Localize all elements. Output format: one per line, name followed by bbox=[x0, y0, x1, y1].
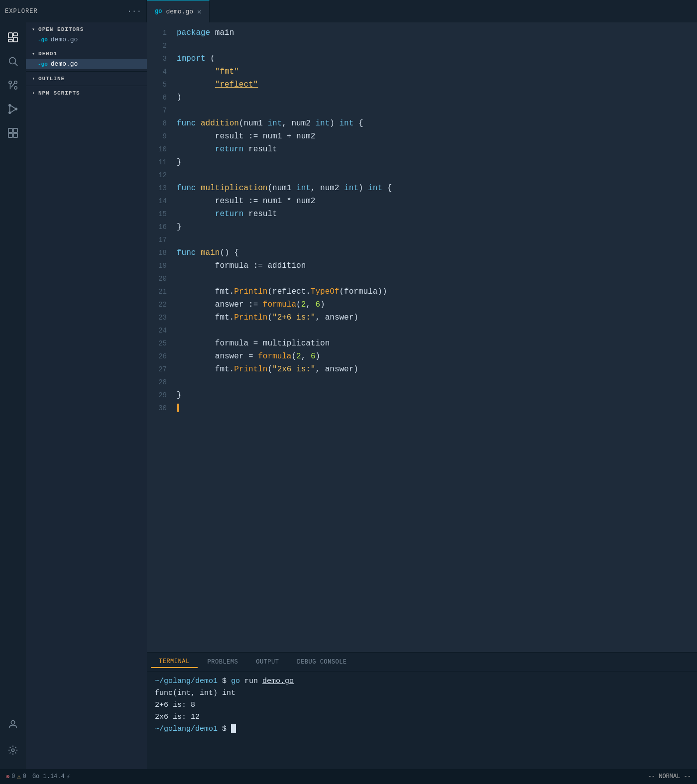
open-file-demo-go[interactable]: -go demo.go bbox=[26, 34, 147, 45]
svg-rect-15 bbox=[8, 128, 12, 132]
editor-content[interactable]: 1 package main 2 3 import ( 4 "fmt" 5 bbox=[147, 22, 697, 652]
svg-line-10 bbox=[11, 83, 14, 87]
main-content: ▾ OPEN EDITORS -go demo.go ▾ DEMO1 -go d… bbox=[0, 22, 697, 769]
error-icon: ⊗ bbox=[6, 773, 9, 781]
open-editors-section: ▾ OPEN EDITORS -go demo.go bbox=[26, 22, 147, 47]
warning-count: 0 bbox=[23, 773, 26, 780]
code-line-24: 24 bbox=[147, 324, 697, 337]
terminal-output-1: func(int, int) int bbox=[155, 687, 689, 699]
status-go-version[interactable]: Go 1.14.4 ⚡ bbox=[32, 773, 70, 781]
tab-debug-console[interactable]: DEBUG CONSOLE bbox=[289, 657, 354, 668]
demo1-file-demo-go[interactable]: -go demo.go bbox=[26, 59, 147, 69]
demo1-section: ▾ DEMO1 -go demo.go bbox=[26, 47, 147, 71]
code-line-1: 1 package main bbox=[147, 26, 697, 39]
code-line-20: 20 bbox=[147, 272, 697, 285]
code-line-16: 16 } bbox=[147, 221, 697, 233]
code-line-30: 30 ▌ bbox=[147, 402, 697, 415]
outline-label: OUTLINE bbox=[38, 76, 65, 82]
status-errors[interactable]: ⊗ 0 ⚠ 0 bbox=[6, 773, 26, 781]
status-mode: -- NORMAL -- bbox=[648, 773, 691, 780]
code-line-2: 2 bbox=[147, 39, 697, 52]
extensions-activity-icon[interactable] bbox=[2, 122, 24, 144]
code-line-12: 12 bbox=[147, 169, 697, 182]
code-line-19: 19 formula := addition bbox=[147, 259, 697, 272]
open-editors-arrow: ▾ bbox=[32, 26, 35, 32]
code-line-4: 4 "fmt" bbox=[147, 65, 697, 78]
account-activity-icon[interactable] bbox=[2, 713, 24, 735]
terminal-body[interactable]: ~/golang/demo1 $ go run demo.go func(int… bbox=[147, 672, 697, 769]
npm-header[interactable]: › NPM SCRIPTS bbox=[26, 88, 147, 98]
code-line-11: 11 } bbox=[147, 156, 697, 169]
tab-terminal[interactable]: TERMINAL bbox=[151, 656, 198, 668]
code-line-25: 25 formula = multiplication bbox=[147, 337, 697, 350]
svg-point-20 bbox=[11, 749, 14, 752]
outline-arrow: › bbox=[32, 76, 35, 82]
terminal-output-3: 2x6 is: 12 bbox=[155, 711, 689, 723]
activity-bar bbox=[0, 22, 26, 769]
terminal-panel: TERMINAL PROBLEMS OUTPUT DEBUG CONSOLE ~… bbox=[147, 652, 697, 769]
sidebar-header: EXPLORER ··· bbox=[0, 0, 147, 22]
tab-output[interactable]: OUTPUT bbox=[248, 657, 287, 668]
demo1-arrow: ▾ bbox=[32, 51, 35, 57]
activity-bottom bbox=[2, 713, 24, 769]
svg-rect-16 bbox=[13, 128, 17, 132]
svg-line-5 bbox=[15, 63, 17, 66]
code-line-8: 8 func addition(num1 int, num2 int) int … bbox=[147, 117, 697, 130]
file-go-icon: -go bbox=[38, 37, 48, 43]
svg-rect-1 bbox=[13, 33, 17, 36]
editor-area: 1 package main 2 3 import ( 4 "fmt" 5 bbox=[147, 22, 697, 769]
explorer-label: EXPLORER bbox=[5, 8, 127, 15]
outline-section: › OUTLINE bbox=[26, 71, 147, 86]
run-debug-activity-icon[interactable] bbox=[2, 98, 24, 120]
source-control-activity-icon[interactable] bbox=[2, 74, 24, 96]
code-line-22: 22 answer := formula(2, 6) bbox=[147, 298, 697, 311]
tab-problems[interactable]: PROBLEMS bbox=[200, 657, 246, 668]
demo1-go-icon: -go bbox=[38, 61, 48, 67]
terminal-tabs: TERMINAL PROBLEMS OUTPUT DEBUG CONSOLE bbox=[147, 653, 697, 672]
code-line-26: 26 answer = formula(2, 6) bbox=[147, 350, 697, 363]
npm-arrow: › bbox=[32, 91, 35, 96]
error-count: 0 bbox=[11, 773, 15, 780]
svg-point-4 bbox=[9, 58, 16, 64]
terminal-output-2: 2+6 is: 8 bbox=[155, 699, 689, 711]
code-line-14: 14 result := num1 * num2 bbox=[147, 195, 697, 208]
svg-rect-18 bbox=[13, 133, 17, 137]
tab-go-icon: go bbox=[155, 8, 162, 15]
tab-close-icon[interactable]: ✕ bbox=[197, 7, 201, 16]
code-line-28: 28 bbox=[147, 376, 697, 389]
svg-rect-3 bbox=[8, 39, 12, 42]
demo1-header[interactable]: ▾ DEMO1 bbox=[26, 49, 147, 59]
code-line-5: 5 "reflect" bbox=[147, 78, 697, 91]
file-name: demo.go bbox=[51, 36, 78, 43]
settings-activity-icon[interactable] bbox=[2, 739, 24, 761]
open-editors-header[interactable]: ▾ OPEN EDITORS bbox=[26, 24, 147, 34]
code-line-7: 7 bbox=[147, 104, 697, 117]
code-line-3: 3 import ( bbox=[147, 52, 697, 65]
code-line-6: 6 ) bbox=[147, 91, 697, 104]
open-editors-label: OPEN EDITORS bbox=[38, 26, 84, 32]
sidebar: ▾ OPEN EDITORS -go demo.go ▾ DEMO1 -go d… bbox=[26, 22, 147, 769]
outline-header[interactable]: › OUTLINE bbox=[26, 74, 147, 84]
tab-label: demo.go bbox=[166, 8, 193, 15]
ellipsis-button[interactable]: ··· bbox=[127, 7, 141, 16]
explorer-activity-icon[interactable] bbox=[2, 26, 24, 48]
svg-point-19 bbox=[11, 721, 14, 724]
terminal-line-1: ~/golang/demo1 $ go run demo.go bbox=[155, 675, 689, 687]
code-line-9: 9 result := num1 + num2 bbox=[147, 130, 697, 143]
svg-point-12 bbox=[9, 112, 11, 114]
svg-point-6 bbox=[9, 81, 12, 84]
demo1-file-name: demo.go bbox=[51, 60, 78, 68]
code-line-23: 23 fmt.Println("2+6 is:", answer) bbox=[147, 311, 697, 324]
tab-demo-go[interactable]: go demo.go ✕ bbox=[147, 0, 210, 22]
svg-point-7 bbox=[14, 87, 17, 90]
terminal-line-prompt: ~/golang/demo1 $ bbox=[155, 723, 689, 735]
svg-point-13 bbox=[15, 108, 17, 110]
npm-section: › NPM SCRIPTS bbox=[26, 86, 147, 100]
code-line-18: 18 func main() { bbox=[147, 246, 697, 259]
code-line-17: 17 bbox=[147, 233, 697, 246]
code-line-27: 27 fmt.Println("2x6 is:", answer) bbox=[147, 363, 697, 376]
warning-icon: ⚠ bbox=[17, 773, 20, 781]
code-line-15: 15 return result bbox=[147, 208, 697, 221]
search-activity-icon[interactable] bbox=[2, 50, 24, 72]
code-line-13: 13 func multiplication(num1 int, num2 in… bbox=[147, 182, 697, 195]
